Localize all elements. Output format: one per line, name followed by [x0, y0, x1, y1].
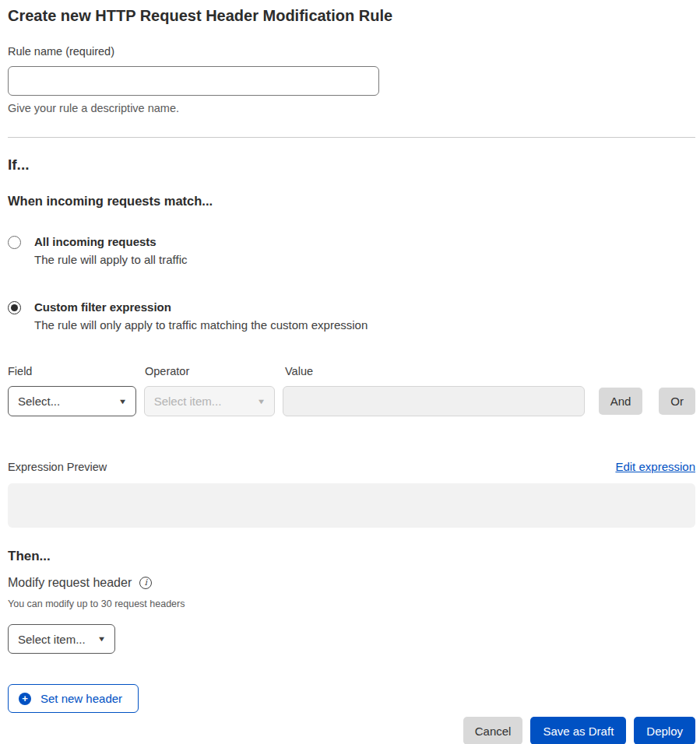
radio-all-incoming-desc: The rule will apply to all traffic	[34, 251, 187, 268]
expression-preview-box	[8, 483, 695, 528]
set-new-header-label: Set new header	[40, 692, 122, 705]
radio-custom-filter-desc: The rule will only apply to traffic matc…	[34, 317, 368, 334]
value-field-wrap	[283, 386, 584, 416]
radio-option-all-incoming[interactable]: All incoming requests The rule will appl…	[8, 234, 695, 268]
radio-custom-filter[interactable]	[8, 301, 21, 314]
value-label: Value	[285, 366, 589, 377]
radio-option-custom-filter[interactable]: Custom filter expression The rule will o…	[8, 300, 695, 334]
create-rule-page: Create new HTTP Request Header Modificat…	[0, 0, 700, 744]
section-divider	[8, 137, 695, 138]
edit-expression-link[interactable]: Edit expression	[615, 460, 695, 473]
set-new-header-button[interactable]: + Set new header	[8, 684, 139, 713]
modify-header-row: Modify request header i	[8, 574, 695, 591]
chevron-down-icon: ▼	[257, 398, 266, 405]
field-select[interactable]: Select... ▼	[8, 386, 136, 416]
or-button[interactable]: Or	[659, 388, 695, 415]
and-button[interactable]: And	[599, 388, 643, 415]
header-action-select-value: Select item...	[18, 633, 86, 646]
deploy-button[interactable]: Deploy	[634, 717, 695, 744]
expression-builder-labels: Field Operator Value	[8, 366, 695, 377]
cancel-button[interactable]: Cancel	[463, 717, 523, 744]
if-heading: If...	[8, 156, 695, 174]
expression-preview-header: Expression Preview Edit expression	[8, 460, 695, 473]
rule-name-label: Rule name (required)	[8, 44, 695, 59]
field-select-value: Select...	[18, 395, 60, 408]
chevron-down-icon: ▼	[118, 398, 127, 405]
field-label: Field	[8, 366, 137, 377]
operator-select-value: Select item...	[154, 395, 222, 408]
plus-icon: +	[19, 693, 31, 705]
radio-all-incoming[interactable]	[8, 236, 21, 249]
radio-all-incoming-text: All incoming requests The rule will appl…	[34, 234, 187, 268]
footer-actions: Cancel Save as Draft Deploy	[8, 717, 695, 744]
match-subheading: When incoming requests match...	[8, 192, 695, 209]
value-input[interactable]	[283, 386, 584, 416]
info-icon[interactable]: i	[139, 577, 152, 589]
modify-header-label: Modify request header	[8, 574, 132, 591]
radio-all-incoming-label: All incoming requests	[34, 234, 187, 250]
rule-name-help: Give your rule a descriptive name.	[8, 101, 695, 116]
expression-builder-row: Select... ▼ Select item... ▼ And Or	[8, 386, 695, 416]
expression-preview-label: Expression Preview	[8, 461, 107, 473]
radio-custom-filter-label: Custom filter expression	[34, 300, 368, 315]
operator-label: Operator	[145, 366, 277, 377]
modify-header-help: You can modify up to 30 request headers	[8, 598, 695, 610]
page-title: Create new HTTP Request Header Modificat…	[8, 5, 695, 26]
rule-name-input[interactable]	[8, 66, 379, 96]
header-action-select[interactable]: Select item... ▼	[8, 624, 115, 654]
rule-name-group: Rule name (required) Give your rule a de…	[8, 44, 695, 116]
operator-select[interactable]: Select item... ▼	[144, 386, 276, 416]
then-heading: Then...	[8, 548, 695, 565]
radio-custom-filter-text: Custom filter expression The rule will o…	[34, 300, 368, 334]
chevron-down-icon: ▼	[97, 635, 107, 643]
save-as-draft-button[interactable]: Save as Draft	[530, 717, 626, 744]
